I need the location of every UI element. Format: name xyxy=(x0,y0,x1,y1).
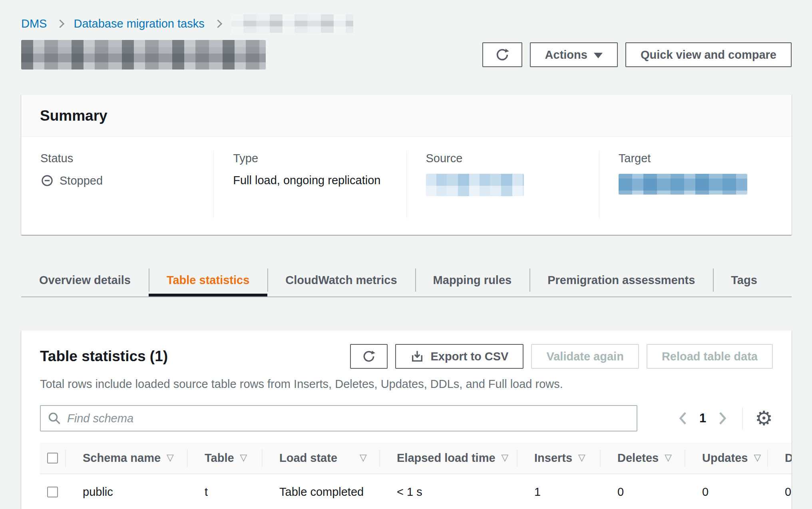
column-header-load-state[interactable]: Load state ▽ xyxy=(262,443,379,473)
table-row: public t Table completed < 1 s 1 0 0 0 xyxy=(40,474,792,509)
cell-elapsed-load-time: < 1 s xyxy=(379,474,517,509)
type-label: Type xyxy=(233,152,387,165)
export-csv-label: Export to CSV xyxy=(430,350,508,363)
page: DMS Database migration tasks Actions Qui… xyxy=(0,0,812,509)
chevron-right-icon xyxy=(214,19,222,28)
header-actions: Actions Quick view and compare xyxy=(482,42,792,67)
column-label: D xyxy=(785,451,792,465)
column-header-schema-name[interactable]: Schema name ▽ xyxy=(65,443,187,473)
schema-search xyxy=(40,405,637,431)
chevron-right-icon xyxy=(718,412,727,425)
summary-target-column: Target xyxy=(599,151,792,218)
cell-updates: 0 xyxy=(685,474,767,509)
tab-table-statistics[interactable]: Table statistics xyxy=(149,264,267,296)
select-all-checkbox[interactable] xyxy=(47,453,58,463)
column-header-ddls-clipped[interactable]: D xyxy=(767,443,792,473)
summary-title: Summary xyxy=(40,107,773,124)
header-checkbox-cell xyxy=(40,443,65,473)
table-filter-row: 1 ⚙ xyxy=(21,405,792,431)
pagination: 1 ⚙ xyxy=(679,407,773,429)
filter-triangle-icon: ▽ xyxy=(578,452,585,463)
tab-mapping-rules[interactable]: Mapping rules xyxy=(415,264,530,296)
redacted-source-endpoint xyxy=(426,174,524,196)
table-refresh-button[interactable] xyxy=(350,344,388,369)
status-text: Stopped xyxy=(60,174,103,187)
table-settings-gear-icon[interactable]: ⚙ xyxy=(755,408,773,428)
next-page-button[interactable] xyxy=(718,412,727,425)
refresh-button[interactable] xyxy=(482,42,522,67)
tab-tags[interactable]: Tags xyxy=(713,264,775,296)
filter-triangle-icon: ▽ xyxy=(240,452,247,463)
table-statistics-card: Table statistics (1) Export to CSV xyxy=(21,330,792,509)
cell-schema-name: public xyxy=(65,474,187,509)
actions-button-label: Actions xyxy=(545,48,587,62)
table-header-row: Schema name ▽ Table ▽ Load state ▽ Elaps… xyxy=(40,443,792,474)
column-header-updates[interactable]: Updates ▽ xyxy=(685,443,767,473)
pagination-divider xyxy=(742,407,743,429)
column-header-deletes[interactable]: Deletes ▽ xyxy=(600,443,685,473)
summary-source-column: Source xyxy=(406,151,599,218)
summary-card: Summary Status Stopped Type Full load, o… xyxy=(21,94,792,235)
current-page-number[interactable]: 1 xyxy=(699,411,706,425)
column-header-table[interactable]: Table ▽ xyxy=(187,443,262,473)
column-label: Elapsed load time xyxy=(397,451,496,465)
row-checkbox-cell xyxy=(40,474,65,509)
redacted-page-title xyxy=(21,40,266,70)
filter-triangle-icon: ▽ xyxy=(754,452,761,463)
summary-type-column: Type Full load, ongoing replication xyxy=(213,151,406,218)
actions-button[interactable]: Actions xyxy=(530,42,618,67)
cell-inserts: 1 xyxy=(517,474,600,509)
column-header-inserts[interactable]: Inserts ▽ xyxy=(517,443,600,473)
cell-load-state: Table completed xyxy=(262,474,379,509)
refresh-icon xyxy=(362,349,376,364)
redacted-task-name-breadcrumb xyxy=(231,14,353,33)
table-statistics-buttons: Export to CSV Validate again Reload tabl… xyxy=(350,344,773,369)
tab-premigration-assessments[interactable]: Premigration assessments xyxy=(529,264,713,296)
tab-bar: Overview details Table statistics CloudW… xyxy=(21,264,792,297)
validate-again-label: Validate again xyxy=(546,350,623,363)
column-label: Updates xyxy=(702,451,748,465)
row-checkbox[interactable] xyxy=(47,487,58,497)
cell-deletes: 0 xyxy=(600,474,685,509)
filter-triangle-icon: ▽ xyxy=(360,452,367,463)
export-csv-button[interactable]: Export to CSV xyxy=(395,344,523,369)
validate-again-button[interactable]: Validate again xyxy=(531,344,639,369)
caret-down-icon xyxy=(594,53,603,58)
filter-triangle-icon: ▽ xyxy=(502,452,509,463)
status-label: Status xyxy=(40,152,194,165)
quick-view-compare-label: Quick view and compare xyxy=(641,48,776,62)
download-icon xyxy=(410,350,424,363)
previous-page-button[interactable] xyxy=(679,412,687,425)
find-schema-input[interactable] xyxy=(40,405,637,431)
column-header-elapsed-load-time[interactable]: Elapsed load time ▽ xyxy=(379,443,517,473)
refresh-icon xyxy=(495,47,510,62)
tab-cloudwatch-metrics[interactable]: CloudWatch metrics xyxy=(267,264,415,296)
target-label: Target xyxy=(619,152,772,165)
reload-table-data-label: Reload table data xyxy=(662,350,758,363)
quick-view-compare-button[interactable]: Quick view and compare xyxy=(625,42,792,67)
breadcrumb: DMS Database migration tasks xyxy=(21,14,792,33)
table-statistics-title: Table statistics (1) xyxy=(40,348,168,365)
page-header: Actions Quick view and compare xyxy=(21,40,792,70)
filter-triangle-icon: ▽ xyxy=(167,452,174,463)
breadcrumb-dms-link[interactable]: DMS xyxy=(21,17,47,30)
reload-table-data-button[interactable]: Reload table data xyxy=(647,344,773,369)
tab-overview-details[interactable]: Overview details xyxy=(21,264,149,296)
table-statistics-header: Table statistics (1) Export to CSV xyxy=(21,344,792,369)
redacted-target-endpoint xyxy=(619,174,747,195)
cell-table: t xyxy=(187,474,262,509)
stopped-status-icon xyxy=(40,174,54,187)
chevron-left-icon xyxy=(679,412,687,425)
type-value: Full load, ongoing replication xyxy=(233,174,387,187)
column-label: Schema name xyxy=(83,451,161,465)
summary-card-header: Summary xyxy=(21,95,792,137)
column-label: Inserts xyxy=(534,451,572,465)
cell-ddls-clipped: 0 xyxy=(767,474,792,509)
search-icon xyxy=(47,411,62,425)
summary-status-column: Status Stopped xyxy=(21,151,213,218)
status-value: Stopped xyxy=(40,174,194,187)
filter-triangle-icon: ▽ xyxy=(665,452,672,463)
table-statistics-description: Total rows include loaded source table r… xyxy=(21,378,792,391)
source-label: Source xyxy=(426,152,580,165)
breadcrumb-tasks-link[interactable]: Database migration tasks xyxy=(74,17,204,30)
